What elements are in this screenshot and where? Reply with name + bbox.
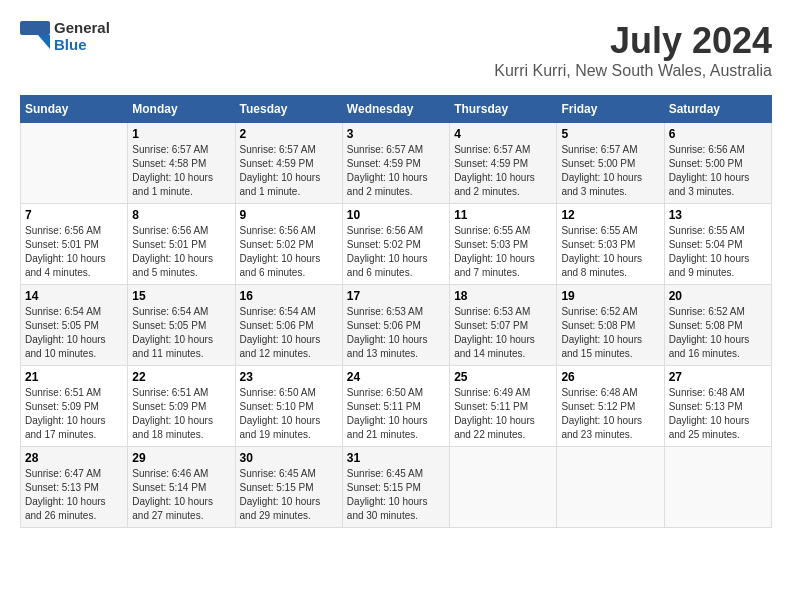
logo: General Blue bbox=[20, 20, 110, 53]
header-sunday: Sunday bbox=[21, 96, 128, 123]
calendar-cell: 31Sunrise: 6:45 AM Sunset: 5:15 PM Dayli… bbox=[342, 447, 449, 528]
day-info: Sunrise: 6:53 AM Sunset: 5:07 PM Dayligh… bbox=[454, 305, 552, 361]
day-number: 24 bbox=[347, 370, 445, 384]
calendar-cell: 9Sunrise: 6:56 AM Sunset: 5:02 PM Daylig… bbox=[235, 204, 342, 285]
calendar-cell: 8Sunrise: 6:56 AM Sunset: 5:01 PM Daylig… bbox=[128, 204, 235, 285]
logo-text-general: General bbox=[54, 20, 110, 37]
day-info: Sunrise: 6:56 AM Sunset: 5:00 PM Dayligh… bbox=[669, 143, 767, 199]
calendar-cell: 4Sunrise: 6:57 AM Sunset: 4:59 PM Daylig… bbox=[450, 123, 557, 204]
day-number: 17 bbox=[347, 289, 445, 303]
day-info: Sunrise: 6:46 AM Sunset: 5:14 PM Dayligh… bbox=[132, 467, 230, 523]
day-info: Sunrise: 6:57 AM Sunset: 4:59 PM Dayligh… bbox=[240, 143, 338, 199]
day-info: Sunrise: 6:48 AM Sunset: 5:13 PM Dayligh… bbox=[669, 386, 767, 442]
header-thursday: Thursday bbox=[450, 96, 557, 123]
week-row-1: 1Sunrise: 6:57 AM Sunset: 4:58 PM Daylig… bbox=[21, 123, 772, 204]
day-number: 6 bbox=[669, 127, 767, 141]
header-saturday: Saturday bbox=[664, 96, 771, 123]
logo-icon bbox=[20, 21, 50, 49]
day-number: 12 bbox=[561, 208, 659, 222]
header-tuesday: Tuesday bbox=[235, 96, 342, 123]
day-info: Sunrise: 6:57 AM Sunset: 4:59 PM Dayligh… bbox=[347, 143, 445, 199]
day-number: 10 bbox=[347, 208, 445, 222]
calendar-cell bbox=[664, 447, 771, 528]
day-number: 21 bbox=[25, 370, 123, 384]
week-row-5: 28Sunrise: 6:47 AM Sunset: 5:13 PM Dayli… bbox=[21, 447, 772, 528]
calendar-cell: 10Sunrise: 6:56 AM Sunset: 5:02 PM Dayli… bbox=[342, 204, 449, 285]
calendar-cell bbox=[21, 123, 128, 204]
day-number: 19 bbox=[561, 289, 659, 303]
day-info: Sunrise: 6:54 AM Sunset: 5:05 PM Dayligh… bbox=[132, 305, 230, 361]
calendar-cell: 22Sunrise: 6:51 AM Sunset: 5:09 PM Dayli… bbox=[128, 366, 235, 447]
day-info: Sunrise: 6:45 AM Sunset: 5:15 PM Dayligh… bbox=[347, 467, 445, 523]
calendar-cell: 26Sunrise: 6:48 AM Sunset: 5:12 PM Dayli… bbox=[557, 366, 664, 447]
day-info: Sunrise: 6:56 AM Sunset: 5:01 PM Dayligh… bbox=[132, 224, 230, 280]
calendar-cell: 19Sunrise: 6:52 AM Sunset: 5:08 PM Dayli… bbox=[557, 285, 664, 366]
day-info: Sunrise: 6:45 AM Sunset: 5:15 PM Dayligh… bbox=[240, 467, 338, 523]
calendar-cell: 11Sunrise: 6:55 AM Sunset: 5:03 PM Dayli… bbox=[450, 204, 557, 285]
calendar-cell: 27Sunrise: 6:48 AM Sunset: 5:13 PM Dayli… bbox=[664, 366, 771, 447]
day-info: Sunrise: 6:50 AM Sunset: 5:10 PM Dayligh… bbox=[240, 386, 338, 442]
week-row-2: 7Sunrise: 6:56 AM Sunset: 5:01 PM Daylig… bbox=[21, 204, 772, 285]
calendar-cell: 17Sunrise: 6:53 AM Sunset: 5:06 PM Dayli… bbox=[342, 285, 449, 366]
calendar-cell: 14Sunrise: 6:54 AM Sunset: 5:05 PM Dayli… bbox=[21, 285, 128, 366]
header-wednesday: Wednesday bbox=[342, 96, 449, 123]
day-info: Sunrise: 6:52 AM Sunset: 5:08 PM Dayligh… bbox=[669, 305, 767, 361]
calendar-cell: 2Sunrise: 6:57 AM Sunset: 4:59 PM Daylig… bbox=[235, 123, 342, 204]
day-info: Sunrise: 6:55 AM Sunset: 5:04 PM Dayligh… bbox=[669, 224, 767, 280]
day-number: 23 bbox=[240, 370, 338, 384]
calendar-cell: 5Sunrise: 6:57 AM Sunset: 5:00 PM Daylig… bbox=[557, 123, 664, 204]
day-info: Sunrise: 6:51 AM Sunset: 5:09 PM Dayligh… bbox=[132, 386, 230, 442]
header-monday: Monday bbox=[128, 96, 235, 123]
calendar-cell: 30Sunrise: 6:45 AM Sunset: 5:15 PM Dayli… bbox=[235, 447, 342, 528]
day-info: Sunrise: 6:55 AM Sunset: 5:03 PM Dayligh… bbox=[454, 224, 552, 280]
calendar-cell: 25Sunrise: 6:49 AM Sunset: 5:11 PM Dayli… bbox=[450, 366, 557, 447]
calendar-cell: 20Sunrise: 6:52 AM Sunset: 5:08 PM Dayli… bbox=[664, 285, 771, 366]
day-info: Sunrise: 6:55 AM Sunset: 5:03 PM Dayligh… bbox=[561, 224, 659, 280]
calendar-cell: 12Sunrise: 6:55 AM Sunset: 5:03 PM Dayli… bbox=[557, 204, 664, 285]
calendar-cell: 23Sunrise: 6:50 AM Sunset: 5:10 PM Dayli… bbox=[235, 366, 342, 447]
logo-text-blue: Blue bbox=[54, 37, 110, 54]
day-info: Sunrise: 6:54 AM Sunset: 5:06 PM Dayligh… bbox=[240, 305, 338, 361]
day-info: Sunrise: 6:51 AM Sunset: 5:09 PM Dayligh… bbox=[25, 386, 123, 442]
calendar-cell: 1Sunrise: 6:57 AM Sunset: 4:58 PM Daylig… bbox=[128, 123, 235, 204]
svg-marker-1 bbox=[38, 35, 50, 49]
calendar-cell: 24Sunrise: 6:50 AM Sunset: 5:11 PM Dayli… bbox=[342, 366, 449, 447]
day-info: Sunrise: 6:49 AM Sunset: 5:11 PM Dayligh… bbox=[454, 386, 552, 442]
day-number: 22 bbox=[132, 370, 230, 384]
day-number: 15 bbox=[132, 289, 230, 303]
day-number: 16 bbox=[240, 289, 338, 303]
calendar-cell: 29Sunrise: 6:46 AM Sunset: 5:14 PM Dayli… bbox=[128, 447, 235, 528]
day-info: Sunrise: 6:54 AM Sunset: 5:05 PM Dayligh… bbox=[25, 305, 123, 361]
calendar-title: July 2024 bbox=[494, 20, 772, 62]
day-number: 5 bbox=[561, 127, 659, 141]
calendar-cell: 6Sunrise: 6:56 AM Sunset: 5:00 PM Daylig… bbox=[664, 123, 771, 204]
calendar-cell: 13Sunrise: 6:55 AM Sunset: 5:04 PM Dayli… bbox=[664, 204, 771, 285]
calendar-table: SundayMondayTuesdayWednesdayThursdayFrid… bbox=[20, 95, 772, 528]
week-row-4: 21Sunrise: 6:51 AM Sunset: 5:09 PM Dayli… bbox=[21, 366, 772, 447]
day-number: 1 bbox=[132, 127, 230, 141]
day-number: 29 bbox=[132, 451, 230, 465]
day-info: Sunrise: 6:56 AM Sunset: 5:02 PM Dayligh… bbox=[240, 224, 338, 280]
calendar-cell: 21Sunrise: 6:51 AM Sunset: 5:09 PM Dayli… bbox=[21, 366, 128, 447]
day-number: 4 bbox=[454, 127, 552, 141]
day-number: 27 bbox=[669, 370, 767, 384]
calendar-header-row: SundayMondayTuesdayWednesdayThursdayFrid… bbox=[21, 96, 772, 123]
day-number: 26 bbox=[561, 370, 659, 384]
day-info: Sunrise: 6:48 AM Sunset: 5:12 PM Dayligh… bbox=[561, 386, 659, 442]
day-info: Sunrise: 6:56 AM Sunset: 5:02 PM Dayligh… bbox=[347, 224, 445, 280]
day-info: Sunrise: 6:50 AM Sunset: 5:11 PM Dayligh… bbox=[347, 386, 445, 442]
week-row-3: 14Sunrise: 6:54 AM Sunset: 5:05 PM Dayli… bbox=[21, 285, 772, 366]
day-number: 14 bbox=[25, 289, 123, 303]
calendar-cell: 16Sunrise: 6:54 AM Sunset: 5:06 PM Dayli… bbox=[235, 285, 342, 366]
day-number: 31 bbox=[347, 451, 445, 465]
header: General Blue July 2024 Kurri Kurri, New … bbox=[20, 20, 772, 80]
day-number: 8 bbox=[132, 208, 230, 222]
day-info: Sunrise: 6:56 AM Sunset: 5:01 PM Dayligh… bbox=[25, 224, 123, 280]
calendar-cell bbox=[557, 447, 664, 528]
day-number: 30 bbox=[240, 451, 338, 465]
calendar-cell: 28Sunrise: 6:47 AM Sunset: 5:13 PM Dayli… bbox=[21, 447, 128, 528]
calendar-cell: 3Sunrise: 6:57 AM Sunset: 4:59 PM Daylig… bbox=[342, 123, 449, 204]
calendar-cell: 15Sunrise: 6:54 AM Sunset: 5:05 PM Dayli… bbox=[128, 285, 235, 366]
day-info: Sunrise: 6:57 AM Sunset: 4:58 PM Dayligh… bbox=[132, 143, 230, 199]
day-number: 3 bbox=[347, 127, 445, 141]
